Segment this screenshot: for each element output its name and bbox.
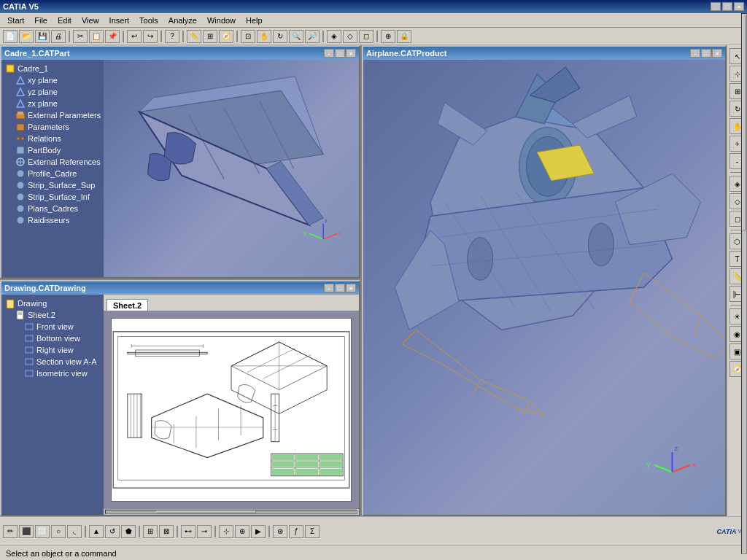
sheet2-tab[interactable]: Sheet.2 bbox=[107, 299, 148, 311]
catdrawing-close[interactable]: × bbox=[346, 284, 356, 292]
wireframe-button[interactable]: ◇ bbox=[343, 30, 357, 43]
menu-start[interactable]: Start bbox=[3, 15, 28, 26]
airplane-titlebar[interactable]: Airplane.CATProduct - □ × bbox=[363, 47, 725, 60]
fit-all-button[interactable]: ⊡ bbox=[241, 30, 255, 43]
bt-measure2-button[interactable]: ⊷ bbox=[181, 525, 196, 538]
cut-button[interactable]: ✂ bbox=[73, 30, 88, 43]
drawing-sheet-area[interactable] bbox=[104, 311, 359, 509]
bt-dmuvirtual-button[interactable]: ⊹ bbox=[219, 525, 233, 538]
menu-window[interactable]: Window bbox=[203, 15, 240, 26]
bt-knowledge-button[interactable]: ⊛ bbox=[273, 525, 287, 538]
zoom-out-button[interactable]: 🔎 bbox=[305, 30, 320, 43]
menu-edit[interactable]: Edit bbox=[53, 15, 76, 26]
drawing-vscrollbar[interactable] bbox=[741, 13, 747, 554]
print-button[interactable]: 🖨 bbox=[51, 30, 66, 43]
bt-formula-button[interactable]: ƒ bbox=[289, 525, 303, 538]
close-button[interactable]: × bbox=[734, 2, 744, 11]
tree-item-relations[interactable]: Relations bbox=[3, 133, 102, 144]
tree-item-extrefs[interactable]: External References bbox=[3, 156, 102, 168]
zoom-in-button[interactable]: 🔍 bbox=[289, 30, 303, 43]
tree-item-yz[interactable]: yz plane bbox=[3, 86, 102, 98]
tree-item-partbody[interactable]: PartBody bbox=[3, 144, 102, 156]
catpart-maximize[interactable]: □ bbox=[335, 49, 345, 58]
bt-animate-button[interactable]: ▶ bbox=[251, 525, 266, 538]
catdrawing-title-buttons[interactable]: - □ × bbox=[324, 284, 356, 292]
catpart-tree[interactable]: Cadre_1 xy plane yz plane bbox=[1, 60, 104, 277]
drawing-hscrollbar[interactable] bbox=[104, 509, 359, 515]
minimize-button[interactable]: _ bbox=[711, 2, 721, 11]
open-button[interactable]: 📂 bbox=[19, 30, 34, 43]
tree-item-zx[interactable]: zx plane bbox=[3, 98, 102, 109]
drawing-tree-sheet2[interactable]: Sheet.2 bbox=[3, 309, 102, 321]
bt-constraint-button[interactable]: ⊠ bbox=[159, 525, 174, 538]
undo-button[interactable]: ↩ bbox=[127, 30, 142, 43]
bt-loft-button[interactable]: ⬟ bbox=[121, 525, 136, 538]
tree-item-extparams[interactable]: External Parameters bbox=[3, 109, 102, 121]
menu-view[interactable]: View bbox=[77, 15, 104, 26]
snap-button[interactable]: ⊕ bbox=[381, 30, 395, 43]
airplane-3d-svg: x y z bbox=[363, 60, 725, 515]
bt-section-button[interactable]: ⊸ bbox=[197, 525, 212, 538]
bt-pocket-button[interactable]: ⬜ bbox=[35, 525, 50, 538]
menu-analyze[interactable]: Analyze bbox=[164, 15, 201, 26]
tree-item-plans[interactable]: Plans_Cadres bbox=[3, 203, 102, 214]
bt-hole-button[interactable]: ○ bbox=[51, 525, 66, 538]
redo-button[interactable]: ↪ bbox=[143, 30, 158, 43]
paste-button[interactable]: 📌 bbox=[105, 30, 120, 43]
airplane-title-buttons[interactable]: - □ × bbox=[690, 49, 722, 58]
new-button[interactable]: 📄 bbox=[3, 30, 18, 43]
bt-pad-button[interactable]: ⬛ bbox=[19, 525, 34, 538]
tree-item-params[interactable]: Parameters bbox=[3, 121, 102, 133]
bt-snap-button[interactable]: ⊕ bbox=[235, 525, 249, 538]
tree-item-cadre[interactable]: Cadre_1 bbox=[3, 63, 102, 74]
save-button[interactable]: 💾 bbox=[35, 30, 50, 43]
drawing-tree-root[interactable]: Drawing bbox=[3, 298, 102, 309]
airplane-close[interactable]: × bbox=[712, 49, 722, 58]
tree-item-xy[interactable]: xy plane bbox=[3, 74, 102, 86]
menu-tools[interactable]: Tools bbox=[135, 15, 163, 26]
drawing-tree-frontview[interactable]: Front view bbox=[3, 321, 102, 332]
copy-button[interactable]: 📋 bbox=[89, 30, 104, 43]
catdrawing-maximize[interactable]: □ bbox=[335, 284, 345, 292]
edges-button[interactable]: ◻ bbox=[359, 30, 374, 43]
airplane-viewport[interactable]: x y z bbox=[363, 60, 725, 515]
tree-item-surface-inf[interactable]: Strip_Surface_Inf bbox=[3, 191, 102, 203]
drawing-tree-bottomview[interactable]: Bottom view bbox=[3, 332, 102, 344]
tree-item-surface-sup[interactable]: Strip_Surface_Sup bbox=[3, 179, 102, 191]
bt-revolve-button[interactable]: ↺ bbox=[105, 525, 120, 538]
rotate-button[interactable]: ↻ bbox=[273, 30, 287, 43]
lock-button[interactable]: 🔒 bbox=[397, 30, 411, 43]
catpart-close[interactable]: × bbox=[346, 49, 356, 58]
catpart-viewport[interactable]: x y z bbox=[104, 60, 359, 277]
bt-sketch-button[interactable]: ✏ bbox=[3, 525, 18, 538]
airplane-maximize[interactable]: □ bbox=[701, 49, 711, 58]
drawing-tree-rightview[interactable]: Right view bbox=[3, 344, 102, 356]
help-button[interactable]: ? bbox=[165, 30, 179, 43]
surface-inf-icon bbox=[15, 192, 26, 202]
tree-item-raidisseurs[interactable]: Raidisseurs bbox=[3, 214, 102, 226]
drawing-tree-sectionview[interactable]: Section view A-A bbox=[3, 356, 102, 368]
catpart-minimize[interactable]: - bbox=[324, 49, 334, 58]
maximize-button[interactable]: □ bbox=[722, 2, 732, 11]
catpart-titlebar[interactable]: Cadre_1.CATPart - □ × bbox=[1, 47, 359, 60]
bt-rule-button[interactable]: Σ bbox=[305, 525, 320, 538]
drawing-tree[interactable]: Drawing Sheet.2 Front view bbox=[1, 295, 104, 515]
bt-extrude-button[interactable]: ▲ bbox=[89, 525, 104, 538]
bt-assembly-button[interactable]: ⊞ bbox=[143, 525, 158, 538]
catpart-title-buttons[interactable]: - □ × bbox=[324, 49, 356, 58]
compass-button[interactable]: 🧭 bbox=[219, 30, 233, 43]
menu-file[interactable]: File bbox=[30, 15, 52, 26]
shading-button[interactable]: ◈ bbox=[327, 30, 341, 43]
measure-button[interactable]: 📏 bbox=[187, 30, 201, 43]
bt-fillet-button[interactable]: ◟ bbox=[67, 525, 82, 538]
catdrawing-minimize[interactable]: - bbox=[324, 284, 334, 292]
titlebar-buttons[interactable]: _ □ × bbox=[711, 2, 744, 11]
pan-button[interactable]: ✋ bbox=[257, 30, 271, 43]
drawing-tree-isoview[interactable]: Isometric view bbox=[3, 368, 102, 379]
tree-item-profile[interactable]: Profile_Cadre bbox=[3, 168, 102, 179]
catdrawing-titlebar[interactable]: Drawing.CATDrawing - □ × bbox=[1, 281, 359, 295]
menu-help[interactable]: Help bbox=[241, 15, 267, 26]
airplane-minimize[interactable]: - bbox=[690, 49, 700, 58]
grid-button[interactable]: ⊞ bbox=[203, 30, 217, 43]
menu-insert[interactable]: Insert bbox=[105, 15, 134, 26]
